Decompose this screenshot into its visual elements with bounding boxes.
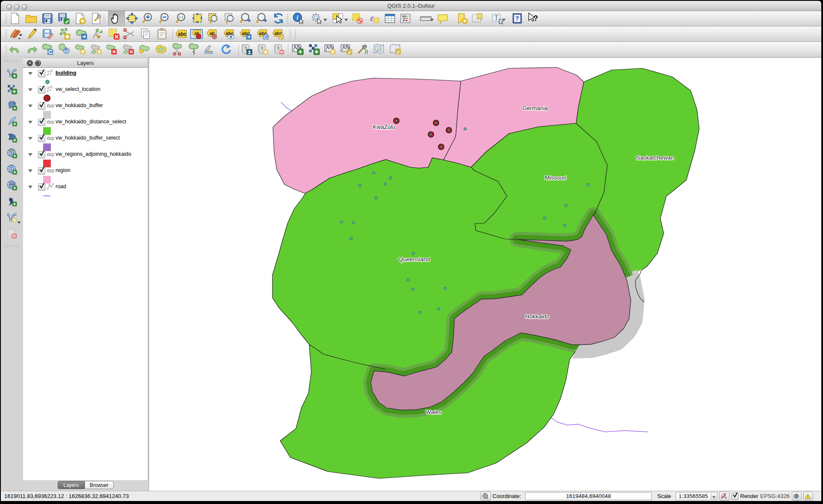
svg-text:Wales: Wales [425,409,441,415]
svg-text:Germania: Germania [522,105,548,111]
svg-text:Saskatchewan: Saskatchewan [636,154,674,161]
svg-text:Hokkaido: Hokkaido [525,313,549,320]
svg-text:Missouri: Missouri [545,175,566,181]
svg-text:KwaZulu: KwaZulu [373,124,395,130]
svg-text:Queensland: Queensland [399,256,430,262]
svg-text:!: ! [807,495,808,499]
